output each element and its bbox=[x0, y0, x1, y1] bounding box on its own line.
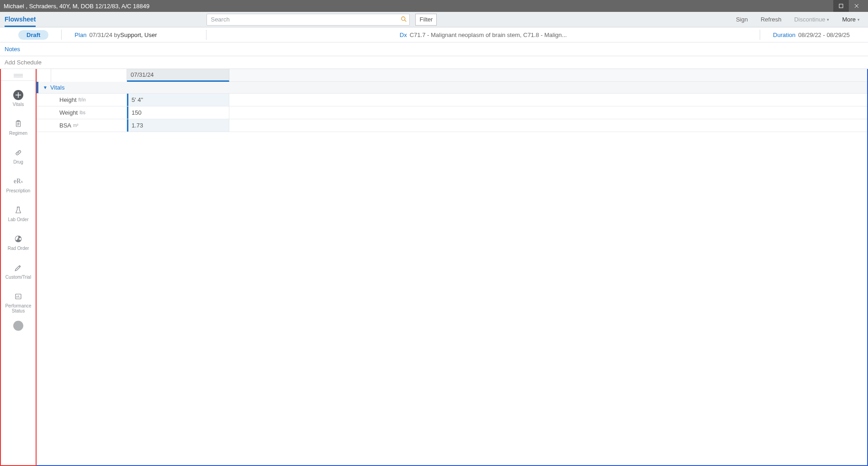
more-label: More bbox=[842, 16, 856, 23]
section-title: Vitals bbox=[50, 84, 65, 91]
row-name: BSA bbox=[59, 122, 71, 129]
chevron-down-icon: ▾ bbox=[857, 17, 860, 22]
search-field-wrap bbox=[206, 14, 410, 26]
row-label-cell: Weight lbs bbox=[52, 106, 127, 119]
row-value-cell[interactable]: 1.73 bbox=[127, 119, 229, 132]
radiation-icon bbox=[13, 234, 23, 244]
info-strip: Draft Plan 07/31/24 by Support, User Dx … bbox=[0, 27, 868, 42]
divider bbox=[206, 30, 206, 40]
sidebar-item-custom-trial[interactable]: Custom/Trial bbox=[1, 258, 36, 287]
search-icon[interactable] bbox=[401, 16, 407, 24]
sidebar-item-label: Rad Order bbox=[8, 246, 29, 251]
filter-button[interactable]: Filter bbox=[415, 14, 437, 26]
date-column-header[interactable]: 07/31/24 bbox=[127, 69, 229, 82]
table-row: Height ft/in 5' 4" bbox=[37, 94, 867, 106]
sidebar-item-label: Vitals bbox=[13, 102, 24, 107]
maximize-icon bbox=[839, 4, 843, 8]
row-name: Weight bbox=[59, 109, 78, 116]
tab-flowsheet[interactable]: Flowsheet bbox=[5, 16, 36, 27]
sidebar-item-label: Prescription bbox=[6, 188, 31, 193]
chevron-down-icon: ▾ bbox=[827, 17, 829, 22]
row-value: 1.73 bbox=[132, 122, 143, 129]
sidebar-item-lab-order[interactable]: Lab Order bbox=[1, 201, 36, 229]
row-label-cell: BSA m² bbox=[52, 119, 127, 132]
table-row: Weight lbs 150 bbox=[37, 106, 867, 119]
row-value: 150 bbox=[132, 109, 142, 116]
row-value-cell[interactable]: 5' 4" bbox=[127, 94, 229, 106]
toolbar: Flowsheet Filter Sign Refresh Discontinu… bbox=[0, 12, 868, 27]
sidebar-item-label: Performance Status bbox=[3, 303, 34, 313]
sidebar-item-more[interactable] bbox=[1, 321, 36, 331]
row-unit: m² bbox=[73, 123, 79, 128]
dx-label: Dx bbox=[400, 32, 407, 38]
plan-label: Plan bbox=[74, 32, 86, 38]
sidebar-item-label: Regimen bbox=[9, 131, 27, 136]
row-unit: lbs bbox=[79, 110, 85, 115]
sign-button[interactable]: Sign bbox=[732, 14, 752, 25]
vitals-icon bbox=[13, 90, 23, 100]
section-header-vitals[interactable]: ▼ Vitals bbox=[37, 82, 867, 94]
divider bbox=[760, 30, 760, 40]
sidebar-item-vitals[interactable]: Vitals bbox=[1, 85, 36, 114]
edit-icon bbox=[13, 263, 23, 273]
more-icon bbox=[13, 321, 23, 331]
dx-value: C71.7 - Malignant neoplasm of brain stem… bbox=[410, 32, 567, 38]
sidebar-item-regimen[interactable]: Regimen bbox=[1, 114, 36, 143]
flask-icon bbox=[13, 205, 23, 215]
window-close-button[interactable] bbox=[849, 0, 864, 12]
add-schedule-label: Add Schedule bbox=[5, 59, 42, 66]
vitals-rows: Height ft/in 5' 4" Weight lbs 150 bbox=[37, 94, 867, 132]
window-titlebar: Michael , Schraders, 40Y, M, DOB 12/12/8… bbox=[0, 0, 868, 12]
chart-icon bbox=[13, 291, 23, 302]
svg-point-3 bbox=[402, 16, 405, 20]
svg-point-14 bbox=[18, 238, 19, 239]
sidebar-item-performance-status[interactable]: Performance Status bbox=[1, 287, 36, 321]
discontinue-button[interactable]: Discontinue ▾ bbox=[790, 14, 833, 25]
close-icon bbox=[854, 4, 859, 8]
row-unit: ft/in bbox=[79, 97, 86, 102]
erx-icon: eRx bbox=[13, 176, 23, 186]
refresh-button[interactable]: Refresh bbox=[757, 14, 785, 25]
row-value-cell[interactable]: 150 bbox=[127, 106, 229, 119]
pill-icon bbox=[13, 148, 23, 158]
sidebar-item-rad-order[interactable]: Rad Order bbox=[1, 229, 36, 258]
table-row: BSA m² 1.73 bbox=[37, 119, 867, 132]
sidebar-item-drug[interactable]: Drug bbox=[1, 143, 36, 172]
sidebar-item-prescription[interactable]: eRx Prescription bbox=[1, 172, 36, 201]
date-header-row: 07/31/24 bbox=[37, 69, 867, 82]
duration-label: Duration bbox=[773, 32, 795, 38]
discontinue-label: Discontinue bbox=[794, 16, 825, 23]
svg-line-4 bbox=[405, 20, 407, 21]
divider bbox=[61, 30, 62, 40]
notes-bar[interactable]: Notes bbox=[0, 42, 868, 56]
chevron-down-icon: ▼ bbox=[43, 85, 48, 90]
window-maximize-button[interactable] bbox=[833, 0, 849, 12]
svg-rect-0 bbox=[839, 4, 843, 8]
sidebar: Vitals Regimen Drug eRx Prescription Lab… bbox=[0, 69, 37, 466]
notes-link[interactable]: Notes bbox=[5, 46, 20, 53]
sidebar-item-label: Drug bbox=[13, 159, 23, 164]
sidebar-toggle[interactable] bbox=[1, 71, 36, 81]
plan-date: 07/31/24 by bbox=[89, 32, 120, 38]
status-badge-draft: Draft bbox=[18, 30, 48, 40]
more-button[interactable]: More ▾ bbox=[838, 14, 863, 25]
flowsheet-grid: 07/31/24 ▼ Vitals Height ft/in 5' 4" bbox=[37, 69, 868, 466]
search-input[interactable] bbox=[206, 14, 410, 26]
plan-author: Support, User bbox=[120, 32, 157, 38]
row-name: Height bbox=[59, 96, 77, 103]
sidebar-item-label: Lab Order bbox=[8, 217, 28, 222]
duration-value: 08/29/22 - 08/29/25 bbox=[798, 32, 850, 38]
clipboard-icon bbox=[13, 119, 23, 129]
sidebar-item-label: Custom/Trial bbox=[5, 275, 31, 280]
row-label-cell: Height ft/in bbox=[52, 94, 127, 106]
window-title: Michael , Schraders, 40Y, M, DOB 12/12/8… bbox=[4, 3, 833, 10]
add-schedule-bar[interactable]: Add Schedule bbox=[0, 56, 868, 69]
row-value: 5' 4" bbox=[132, 96, 143, 103]
